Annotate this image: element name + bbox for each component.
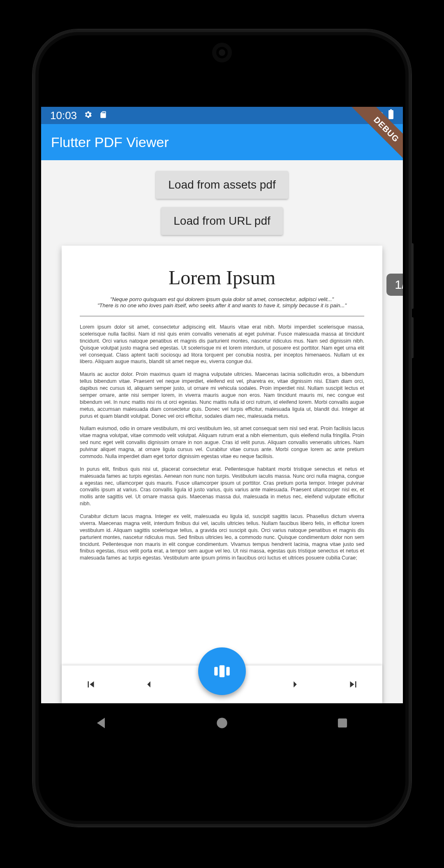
pdf-paragraph: Curabitur dictum lacus magna. Integer ex… [80, 513, 364, 562]
status-time: 10:03 [50, 109, 77, 122]
sd-card-icon [99, 109, 107, 122]
load-url-button[interactable]: Load from URL pdf [161, 207, 283, 235]
pdf-title: Lorem Ipsum [80, 266, 364, 289]
pdf-paragraph: Lorem ipsum dolor sit amet, consectetur … [80, 324, 364, 365]
pdf-page: Lorem Ipsum "Neque porro quisquam est qu… [62, 246, 382, 665]
pdf-paragraph: Nullam euismod, odio in ornare vestibulu… [80, 425, 364, 460]
front-camera [216, 47, 228, 58]
home-button[interactable] [214, 715, 230, 732]
app-bar: Flutter PDF Viewer DEBUG [41, 124, 403, 160]
pdf-paragraph: Mauris ac auctor dolor. Proin maximus qu… [80, 371, 364, 419]
phone-frame: 10:03 [33, 30, 411, 827]
pdf-divider [80, 316, 364, 316]
pdf-viewer[interactable]: 1/1 Lorem Ipsum "Neque porro quisquam es… [62, 246, 382, 703]
load-assets-button[interactable]: Load from assets pdf [156, 171, 288, 199]
prev-page-button[interactable] [139, 675, 159, 694]
pdf-quote-1: "Neque porro quisquam est qui dolorem ip… [80, 296, 364, 302]
app-title: Flutter PDF Viewer [51, 134, 169, 150]
pdf-nav-bar [62, 665, 382, 703]
card-shadow [49, 703, 395, 711]
gear-icon [83, 109, 92, 122]
first-page-button[interactable] [81, 675, 101, 694]
svg-rect-1 [220, 665, 225, 677]
pdf-quote-2: "There is no one who loves pain itself, … [80, 302, 364, 309]
volume-button [411, 243, 414, 309]
svg-rect-4 [338, 718, 347, 728]
svg-rect-0 [214, 667, 217, 676]
svg-point-3 [217, 718, 227, 728]
recents-button[interactable] [335, 715, 350, 732]
status-bar: 10:03 [41, 107, 403, 124]
screen: 10:03 [41, 107, 403, 744]
svg-rect-2 [226, 667, 229, 676]
page-indicator: 1/1 [386, 274, 403, 296]
app-body: Load from assets pdf Load from URL pdf 1… [41, 160, 403, 703]
back-button[interactable] [94, 715, 109, 732]
pdf-paragraph: In purus elit, finibus quis nisi ut, pla… [80, 466, 364, 507]
power-button [411, 317, 414, 358]
view-mode-fab[interactable] [198, 647, 246, 695]
last-page-button[interactable] [343, 675, 363, 694]
next-page-button[interactable] [285, 675, 305, 694]
